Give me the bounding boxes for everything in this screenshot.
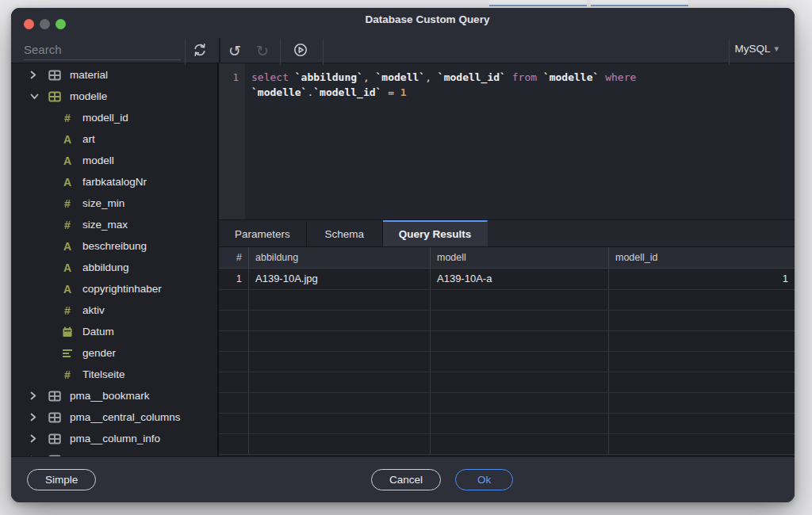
empty-cell <box>609 311 795 330</box>
dialect-dropdown[interactable]: MySQL ▾ <box>734 43 779 55</box>
sql-editor[interactable]: 1 select `abbildung`, `modell`, `modell_… <box>219 63 795 219</box>
number-icon: # <box>60 305 75 316</box>
tree-item-aktiv[interactable]: #aktiv <box>11 299 217 321</box>
tree-item-label: art <box>82 133 95 145</box>
empty-row <box>219 331 795 352</box>
empty-cell <box>431 290 609 310</box>
empty-cell <box>249 331 431 351</box>
sql-token <box>537 71 543 83</box>
tree-item-size-min[interactable]: #size_min <box>11 193 217 214</box>
result-row: 1A139-10A.jpgA139-10A-a1 <box>219 269 795 290</box>
sql-token: select <box>251 71 295 83</box>
window-body: materialmodelle#modell_idAartAmodellAfar… <box>11 63 795 456</box>
sql-token: `modell_id` <box>438 71 506 83</box>
editor-code[interactable]: select `abbildung`, `modell`, `modell_id… <box>245 63 795 219</box>
empty-cell <box>609 414 795 433</box>
tree-item-label: Datum <box>82 326 114 338</box>
empty-row <box>219 311 795 331</box>
refresh-button[interactable] <box>186 37 214 66</box>
tree-item-label: abbildung <box>82 261 129 273</box>
column-header-modell[interactable]: modell <box>431 247 609 268</box>
empty-cell <box>249 311 431 330</box>
tree-item-label: modell_id <box>82 112 128 124</box>
tree-item-copyrightinhaber[interactable]: Acopyrightinhaber <box>11 278 217 299</box>
toolbar-separator <box>323 39 324 65</box>
column-header-abbildung[interactable]: abbildung <box>249 247 431 268</box>
schema-tree: materialmodelle#modell_idAartAmodellAfar… <box>11 63 219 456</box>
chevron-down-icon <box>30 93 40 100</box>
tab-query-results[interactable]: Query Results <box>383 220 488 246</box>
code-line: `modelle`.`modell_id` = 1 <box>251 86 795 101</box>
sql-token: `modell` <box>376 71 426 83</box>
tree-item-abbildung[interactable]: Aabbildung <box>11 257 217 278</box>
tree-item-size-max[interactable]: #size_max <box>11 214 217 235</box>
tree-item-art[interactable]: Aart <box>11 128 217 150</box>
tree-item-label: size_min <box>82 197 124 209</box>
empty-cell <box>219 434 249 454</box>
redo-button[interactable]: ↻ <box>248 37 277 66</box>
sql-token: where <box>605 71 636 83</box>
tree-item-modell-id[interactable]: #modell_id <box>11 107 217 128</box>
toolbar-separator <box>280 39 281 65</box>
cancel-button[interactable]: Cancel <box>371 469 441 490</box>
result-cell[interactable]: A139-10A-a <box>431 269 609 289</box>
tree-item-titelseite[interactable]: #Titelseite <box>11 364 217 385</box>
tree-item-modell[interactable]: Amodell <box>11 150 217 171</box>
text-icon: A <box>60 262 75 273</box>
empty-cell <box>431 311 609 330</box>
tab-parameters[interactable]: Parameters <box>219 220 307 246</box>
empty-row <box>219 434 795 455</box>
date-icon <box>60 326 75 338</box>
result-cell[interactable]: 1 <box>609 269 795 289</box>
ok-button[interactable]: Ok <box>455 469 513 490</box>
minimize-button[interactable] <box>40 19 50 29</box>
table-icon <box>48 412 62 423</box>
empty-row <box>219 352 795 372</box>
empty-cell <box>609 372 795 392</box>
empty-cell <box>249 290 431 310</box>
result-cell[interactable]: A139-10A.jpg <box>249 269 431 289</box>
sql-token <box>599 71 605 83</box>
chevron-right-icon <box>30 413 40 422</box>
tree-item-pma-column-info[interactable]: pma__column_info <box>11 428 217 449</box>
number-icon: # <box>60 198 75 209</box>
result-cell[interactable]: 1 <box>219 269 249 289</box>
tree-item-material[interactable]: material <box>11 64 217 86</box>
tree-item-pma-bookmark[interactable]: pma__bookmark <box>11 385 217 406</box>
zoom-button[interactable] <box>56 19 66 29</box>
empty-cell <box>249 352 431 372</box>
text-icon: A <box>60 284 75 295</box>
sql-token: `modelle` <box>251 86 307 98</box>
tree-item-beschreibung[interactable]: Abeschreibung <box>11 235 217 257</box>
tree-item-label: gender <box>82 347 116 359</box>
empty-cell <box>609 290 795 310</box>
tree-item-pma-central-columns[interactable]: pma__central_columns <box>11 406 217 428</box>
tab-schema[interactable]: Schema <box>307 220 383 246</box>
close-button[interactable] <box>24 19 34 29</box>
empty-row <box>219 414 795 434</box>
table-icon <box>48 91 62 102</box>
tree-item-pma-designer-settings[interactable]: pma__designer_settings <box>11 449 217 456</box>
results-body: 1A139-10A.jpgA139-10A-a1 <box>219 269 795 455</box>
run-icon <box>293 42 308 61</box>
tree-item-modelle[interactable]: modelle <box>11 86 217 107</box>
tree-item-label: Titelseite <box>82 368 125 380</box>
empty-cell <box>431 434 609 454</box>
tree-item-farbkatalognr[interactable]: AfarbkatalogNr <box>11 171 217 193</box>
run-button[interactable] <box>286 37 315 66</box>
enum-icon <box>60 349 75 358</box>
column-header-row-number[interactable]: # <box>219 247 249 268</box>
simple-button[interactable]: Simple <box>27 469 96 490</box>
tree-item-gender[interactable]: gender <box>11 342 217 364</box>
tree-item-label: pma__column_info <box>70 433 160 444</box>
window-title: Database Custom Query <box>366 13 490 25</box>
tree-item-datum[interactable]: Datum <box>11 321 217 342</box>
tree-item-label: copyrightinhaber <box>82 283 162 295</box>
toolbar-separator <box>729 39 730 65</box>
undo-button[interactable]: ↺ <box>220 37 249 66</box>
search-input[interactable] <box>24 40 181 60</box>
text-icon: A <box>60 177 75 188</box>
empty-cell <box>609 434 795 454</box>
sql-token: `modelle` <box>543 71 599 83</box>
column-header-modell-id[interactable]: modell_id <box>609 247 795 268</box>
